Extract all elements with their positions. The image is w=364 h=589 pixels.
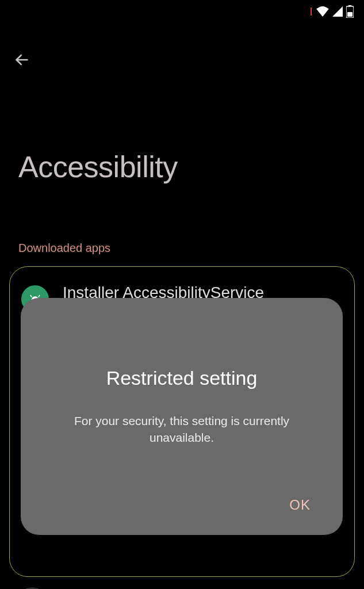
page-title: Accessibility (0, 150, 364, 184)
svg-line-6 (30, 295, 32, 297)
ok-button[interactable]: OK (280, 492, 320, 518)
restricted-setting-dialog: Restricted setting For your security, th… (21, 298, 343, 535)
signal-icon (332, 6, 343, 17)
svg-rect-2 (347, 12, 352, 17)
dialog-actions: OK (44, 492, 320, 518)
dialog-title: Restricted setting (44, 367, 320, 389)
status-bar (0, 0, 364, 23)
svg-line-7 (39, 295, 40, 297)
section-label-downloaded: Downloaded apps (0, 242, 364, 255)
battery-icon (346, 5, 354, 18)
back-button[interactable] (14, 52, 30, 70)
status-accent (311, 7, 312, 16)
wifi-icon (316, 6, 329, 17)
dialog-message: For your security, this setting is curre… (44, 412, 320, 446)
